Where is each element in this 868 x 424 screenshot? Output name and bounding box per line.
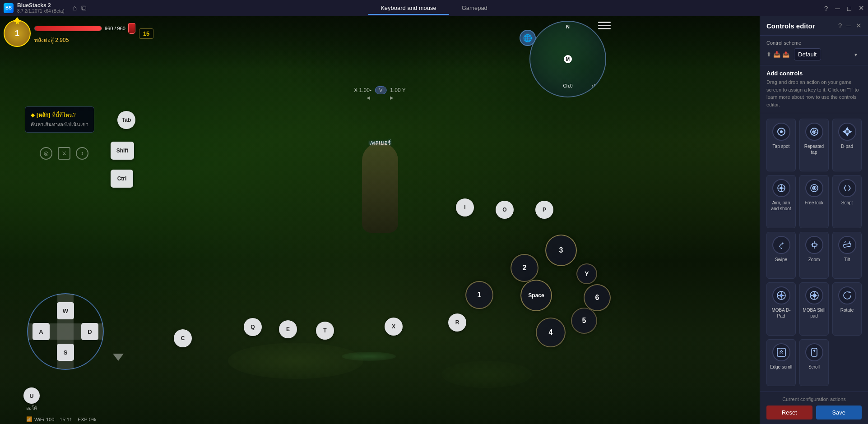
save-button[interactable]: Save bbox=[816, 406, 862, 419]
control-d-pad[interactable]: D-pad bbox=[832, 119, 862, 171]
home-icon[interactable]: ⌂ bbox=[73, 4, 77, 12]
skill-4-btn[interactable]: 4 bbox=[536, 318, 566, 347]
control-moba-dpad[interactable]: MOBA D-Pad bbox=[766, 282, 796, 335]
c-key[interactable]: C bbox=[174, 329, 192, 347]
scroll-label: Scroll bbox=[808, 364, 820, 370]
x-key[interactable]: X bbox=[385, 318, 403, 336]
swipe-icon bbox=[772, 236, 790, 254]
control-edge-scroll[interactable]: Edge scroll bbox=[766, 339, 796, 386]
svg-rect-22 bbox=[843, 243, 851, 247]
rotate-label: Rotate bbox=[840, 307, 854, 313]
svg-line-24 bbox=[849, 241, 850, 243]
shift-key-button[interactable]: Shift bbox=[111, 142, 134, 160]
control-free-look[interactable]: Free look bbox=[799, 175, 829, 228]
skill-3-btn[interactable]: 3 bbox=[545, 235, 577, 266]
exp-stat: EXP 0% bbox=[78, 417, 96, 422]
svg-rect-21 bbox=[812, 243, 816, 247]
rank-badge: 1 ★ bbox=[4, 20, 31, 47]
ground-glow bbox=[342, 352, 396, 361]
control-tap-spot[interactable]: Tap spot bbox=[766, 119, 796, 171]
aim-pan-shoot-label: Aim, pan and shoot bbox=[769, 200, 794, 212]
free-look-label: Free look bbox=[805, 200, 824, 206]
control-repeated-tap[interactable]: Repeated tap bbox=[799, 119, 829, 171]
tab-key-button[interactable]: Tab bbox=[117, 111, 135, 129]
coord-arrows: ◀ ▶ bbox=[367, 95, 394, 100]
edge-scroll-icon bbox=[772, 343, 790, 361]
ground-rock-1 bbox=[228, 343, 363, 379]
crosshair-area: X 1.00- V 1.00 Y ◀ ▶ bbox=[354, 86, 406, 100]
help-icon[interactable]: ? bbox=[824, 5, 828, 12]
w-key[interactable]: W bbox=[57, 302, 74, 319]
scheme-select[interactable]: Default bbox=[794, 48, 821, 60]
t-key[interactable]: T bbox=[316, 322, 334, 340]
flask-icon bbox=[128, 23, 135, 34]
o-key[interactable]: O bbox=[496, 201, 514, 219]
reset-button[interactable]: Reset bbox=[766, 406, 812, 419]
skill-5-btn[interactable]: 5 bbox=[571, 308, 597, 334]
svg-point-1 bbox=[780, 131, 782, 133]
control-zoom[interactable]: Zoom bbox=[799, 232, 829, 279]
control-script[interactable]: Script bbox=[832, 175, 862, 228]
panel-title: Controls editor bbox=[766, 22, 815, 30]
titlebar-left: BS BlueStacks 2 8.7.2/1.2071 x64 (Beta) … bbox=[4, 2, 86, 14]
auto-label: ออโต้ bbox=[26, 405, 37, 411]
titlebar-window-controls: ? ─ □ ✕ bbox=[824, 4, 864, 12]
y-key[interactable]: Y bbox=[576, 263, 597, 284]
i-key[interactable]: I bbox=[456, 198, 474, 217]
minimize-icon[interactable]: ─ bbox=[835, 5, 840, 12]
q-key[interactable]: Q bbox=[244, 318, 262, 336]
tab-keyboard[interactable]: Keyboard and mouse bbox=[368, 2, 449, 15]
script-label: Script bbox=[841, 200, 853, 206]
svg-point-16 bbox=[813, 188, 815, 189]
tilt-icon bbox=[838, 236, 856, 254]
rotate-icon bbox=[838, 286, 856, 304]
p-key[interactable]: P bbox=[535, 201, 553, 219]
panel-help-icon[interactable]: ? bbox=[838, 22, 842, 30]
control-tilt[interactable]: Tilt bbox=[832, 232, 862, 279]
tab-gamepad[interactable]: Gamepad bbox=[449, 2, 500, 15]
layers-icon[interactable]: ⧉ bbox=[81, 4, 86, 12]
health-fill bbox=[35, 26, 102, 31]
quest-desc: ค้นหาเส้นทางลงไปเนินเขา bbox=[31, 120, 88, 129]
control-swipe[interactable]: Swipe bbox=[766, 232, 796, 279]
r-key[interactable]: R bbox=[448, 313, 466, 332]
skill-6-btn[interactable]: 6 bbox=[584, 284, 611, 311]
control-scroll[interactable]: Scroll bbox=[799, 339, 829, 386]
control-aim-pan-shoot[interactable]: Aim, pan and shoot bbox=[766, 175, 796, 228]
close-icon[interactable]: ✕ bbox=[859, 4, 864, 12]
u-key[interactable]: U bbox=[23, 387, 40, 404]
panel-header-icons: ? ─ ✕ bbox=[838, 22, 862, 30]
upload-icon[interactable]: ⬆ bbox=[766, 51, 771, 58]
svg-rect-35 bbox=[812, 348, 817, 356]
import-icon[interactable]: 📥 bbox=[773, 51, 780, 58]
e-key[interactable]: E bbox=[279, 320, 297, 338]
main-content: 1 ★ 960 / 960 พลังต่อสู้ 2,905 15 bbox=[0, 16, 868, 424]
d-key[interactable]: D bbox=[81, 323, 98, 340]
export-icon[interactable]: 📤 bbox=[782, 51, 789, 58]
control-rotate[interactable]: Rotate bbox=[832, 282, 862, 335]
skill-2-btn[interactable]: 2 bbox=[511, 254, 538, 282]
hud-icon-1[interactable]: ◎ bbox=[40, 147, 52, 160]
wifi-label: WiFi bbox=[34, 417, 44, 422]
time-stat: 15:11 bbox=[60, 417, 72, 422]
hud-icon-2[interactable]: ⚔ bbox=[58, 147, 70, 160]
control-moba-skill[interactable]: MOBA Skill pad bbox=[799, 282, 829, 335]
panel-close-icon[interactable]: ✕ bbox=[856, 22, 862, 30]
space-key[interactable]: Space bbox=[520, 280, 552, 311]
panel-action-buttons: Reset Save bbox=[766, 406, 862, 419]
aim-pan-shoot-icon bbox=[772, 179, 790, 197]
repeated-tap-label: Repeated tap bbox=[802, 143, 826, 155]
add-controls-section: Add controls Drag and drop an action on … bbox=[760, 65, 868, 113]
swipe-label: Swipe bbox=[775, 257, 787, 263]
globe-button[interactable]: 🌐 bbox=[520, 30, 536, 46]
ctrl-key-button[interactable]: Ctrl bbox=[111, 170, 133, 188]
a-key[interactable]: A bbox=[32, 323, 50, 340]
minimap-refresh-icon[interactable]: ↺ bbox=[591, 83, 596, 90]
hud-icon-3[interactable]: ↕ bbox=[76, 147, 88, 160]
svg-marker-8 bbox=[849, 130, 851, 133]
panel-minimize-icon[interactable]: ─ bbox=[846, 22, 851, 30]
skill-1-btn[interactable]: 1 bbox=[465, 281, 493, 309]
app-logo: BS bbox=[4, 3, 14, 13]
s-key[interactable]: S bbox=[57, 344, 74, 361]
maximize-icon[interactable]: □ bbox=[847, 5, 851, 12]
